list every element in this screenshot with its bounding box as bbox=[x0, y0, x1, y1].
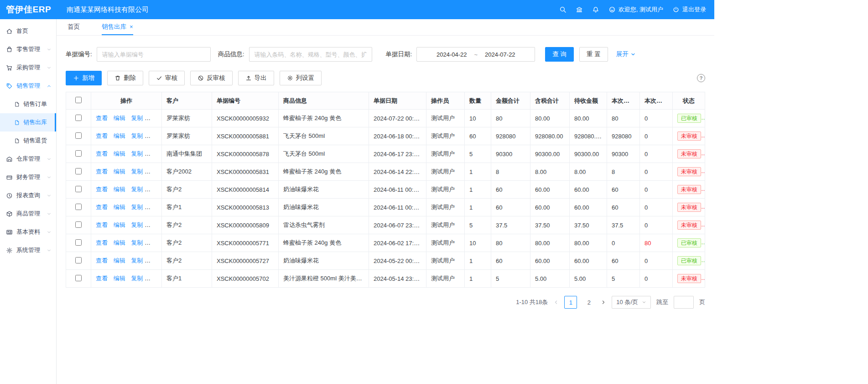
tab-label: 首页 bbox=[68, 23, 80, 31]
sidebar-subitem-sales-order[interactable]: 销售订单 bbox=[0, 95, 56, 113]
tab-home[interactable]: 首页 bbox=[68, 19, 80, 35]
sidebar-item-retail[interactable]: 零售管理 bbox=[0, 40, 56, 58]
sidebar-item-sales[interactable]: 销售管理 bbox=[0, 77, 56, 95]
edit-link[interactable]: 编辑 bbox=[114, 132, 125, 139]
edit-link[interactable]: 编辑 bbox=[114, 168, 125, 175]
row-checkbox[interactable] bbox=[75, 221, 82, 228]
row-checkbox[interactable] bbox=[75, 115, 82, 121]
expand-link[interactable]: 展开 bbox=[616, 50, 636, 58]
audit-button[interactable]: 审核 bbox=[149, 71, 185, 85]
column-settings-button[interactable]: 列设置 bbox=[280, 71, 322, 85]
add-button[interactable]: 新增 bbox=[66, 71, 102, 85]
copy-link[interactable]: 复制 bbox=[131, 115, 143, 121]
tab-sales-outbound[interactable]: 销售出库 × bbox=[102, 19, 133, 35]
copy-link[interactable]: 复制 bbox=[131, 239, 143, 246]
cell-operator: 测试用户 bbox=[426, 270, 465, 288]
edit-link[interactable]: 编辑 bbox=[114, 275, 125, 282]
tab-close-icon[interactable]: × bbox=[130, 23, 133, 30]
delete-link[interactable]: 删除 bbox=[149, 115, 161, 121]
delete-button[interactable]: 删除 bbox=[107, 71, 143, 85]
row-checkbox[interactable] bbox=[75, 239, 82, 246]
sidebar-item-basics[interactable]: 基本资料 bbox=[0, 223, 56, 241]
view-link[interactable]: 查看 bbox=[96, 239, 108, 246]
unaudit-button[interactable]: 反审核 bbox=[190, 71, 233, 85]
view-link[interactable]: 查看 bbox=[96, 186, 108, 193]
delete-link[interactable]: 删除 bbox=[149, 239, 161, 246]
sidebar-item-warehouse[interactable]: 仓库管理 bbox=[0, 150, 56, 168]
sidebar-item-system[interactable]: 系统管理 bbox=[0, 241, 56, 259]
view-link[interactable]: 查看 bbox=[96, 150, 108, 157]
row-checkbox[interactable] bbox=[75, 168, 82, 174]
search-icon[interactable] bbox=[559, 6, 567, 13]
row-checkbox[interactable] bbox=[75, 186, 82, 192]
search-button[interactable]: 查 询 bbox=[545, 47, 574, 62]
edit-link[interactable]: 编辑 bbox=[114, 204, 125, 210]
copy-link[interactable]: 复制 bbox=[131, 204, 143, 210]
edit-link[interactable]: 编辑 bbox=[114, 115, 125, 121]
sidebar-item-reports[interactable]: 报表查询 bbox=[0, 186, 56, 205]
prev-page-icon[interactable] bbox=[553, 300, 559, 305]
edit-link[interactable]: 编辑 bbox=[114, 186, 125, 193]
row-checkbox[interactable] bbox=[75, 257, 82, 263]
row-checkbox[interactable] bbox=[75, 204, 82, 210]
view-link[interactable]: 查看 bbox=[96, 168, 108, 175]
cell-product: 奶油味爆米花 bbox=[279, 181, 369, 199]
delete-link[interactable]: 删除 bbox=[149, 257, 161, 264]
row-checkbox[interactable] bbox=[75, 150, 82, 157]
sidebar-item-label: 财务管理 bbox=[16, 173, 43, 181]
view-link[interactable]: 查看 bbox=[96, 221, 108, 228]
delete-link[interactable]: 删除 bbox=[149, 204, 161, 210]
reset-button[interactable]: 重 置 bbox=[579, 47, 608, 62]
copy-link[interactable]: 复制 bbox=[131, 257, 143, 264]
column-header: 商品信息 bbox=[279, 92, 369, 110]
delete-link[interactable]: 删除 bbox=[149, 150, 161, 157]
view-link[interactable]: 查看 bbox=[96, 257, 108, 264]
row-checkbox[interactable] bbox=[75, 132, 82, 139]
edit-link[interactable]: 编辑 bbox=[114, 221, 125, 228]
order-no-input[interactable] bbox=[97, 47, 211, 62]
sidebar-item-products[interactable]: 商品管理 bbox=[0, 205, 56, 223]
view-link[interactable]: 查看 bbox=[96, 275, 108, 282]
export-button[interactable]: 导出 bbox=[238, 71, 274, 85]
view-link[interactable]: 查看 bbox=[96, 204, 108, 210]
copy-link[interactable]: 复制 bbox=[131, 186, 143, 193]
copy-link[interactable]: 复制 bbox=[131, 150, 143, 157]
bell-icon[interactable] bbox=[592, 6, 599, 13]
product-info-input[interactable] bbox=[249, 47, 372, 62]
view-link[interactable]: 查看 bbox=[96, 115, 108, 121]
date-from[interactable]: 2024-04-22 bbox=[437, 51, 467, 58]
copy-link[interactable]: 复制 bbox=[131, 221, 143, 228]
copy-link[interactable]: 复制 bbox=[131, 275, 143, 282]
sidebar-item-purchase[interactable]: 采购管理 bbox=[0, 58, 56, 77]
view-link[interactable]: 查看 bbox=[96, 132, 108, 139]
sidebar-subitem-sales-return[interactable]: 销售退货 bbox=[0, 132, 56, 150]
welcome-user[interactable]: 欢迎您, 测试用户 bbox=[608, 5, 663, 14]
delete-link[interactable]: 删除 bbox=[149, 275, 161, 282]
home-bank-icon[interactable] bbox=[576, 6, 583, 13]
date-to[interactable]: 2024-07-22 bbox=[485, 51, 515, 58]
cell-order-no: XSCK00000005809 bbox=[212, 216, 279, 234]
delete-link[interactable]: 删除 bbox=[149, 221, 161, 228]
delete-link[interactable]: 删除 bbox=[149, 132, 161, 139]
copy-link[interactable]: 复制 bbox=[131, 168, 143, 175]
cell-product: 蜂蜜柚子茶 240g 黄色 bbox=[279, 110, 369, 127]
logout-button[interactable]: 退出登录 bbox=[672, 5, 706, 14]
edit-link[interactable]: 编辑 bbox=[114, 239, 125, 246]
page-number-1[interactable]: 1 bbox=[564, 296, 577, 309]
next-page-icon[interactable] bbox=[601, 300, 606, 305]
delete-link[interactable]: 删除 bbox=[149, 168, 161, 175]
page-number-2[interactable]: 2 bbox=[582, 296, 595, 309]
copy-link[interactable]: 复制 bbox=[131, 132, 143, 139]
delete-link[interactable]: 删除 bbox=[149, 186, 161, 193]
edit-link[interactable]: 编辑 bbox=[114, 150, 125, 157]
edit-link[interactable]: 编辑 bbox=[114, 257, 125, 264]
sidebar-item-finance[interactable]: 财务管理 bbox=[0, 168, 56, 186]
jump-page-input[interactable] bbox=[674, 296, 694, 309]
sidebar-subitem-sales-outbound[interactable]: 销售出库 bbox=[0, 113, 56, 132]
select-all-checkbox[interactable] bbox=[75, 97, 82, 103]
row-checkbox[interactable] bbox=[75, 275, 82, 281]
sidebar-item-home[interactable]: 首页 bbox=[0, 22, 56, 40]
date-range-picker[interactable]: 2024-04-22 ~ 2024-07-22 bbox=[416, 47, 535, 62]
help-icon[interactable]: ? bbox=[697, 74, 705, 82]
page-size-select[interactable]: 10 条/页 bbox=[612, 296, 651, 309]
